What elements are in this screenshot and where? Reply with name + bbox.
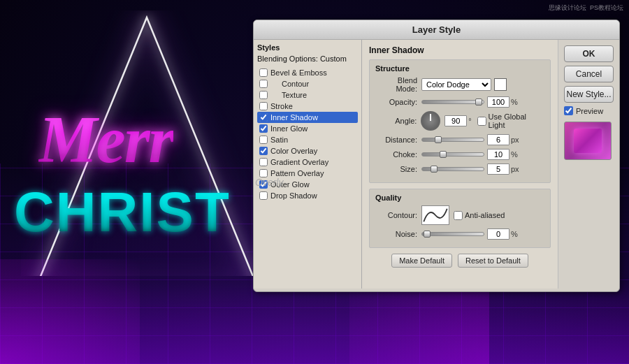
style-item-inner-glow[interactable]: Inner Glow [257, 123, 358, 134]
styles-panel: Styles Blending Options: Custom Bevel & … [254, 40, 362, 289]
dialog-body: Styles Blending Options: Custom Bevel & … [254, 40, 619, 289]
blend-mode-row: Blend Mode: Color Dodge Normal Multiply … [375, 76, 544, 93]
blending-options-label[interactable]: Blending Options: Custom [257, 54, 358, 63]
anti-alias-label: Anti-aliased [465, 211, 505, 219]
contour-preview[interactable] [421, 205, 449, 225]
size-slider[interactable] [421, 167, 484, 171]
distance-slider[interactable] [421, 138, 484, 142]
structure-title: Structure [375, 64, 544, 73]
choke-unit: % [511, 150, 518, 159]
reset-default-button[interactable]: Reset to Default [458, 254, 528, 268]
opacity-thumb [475, 99, 482, 105]
blend-mode-color-swatch[interactable] [494, 78, 507, 91]
noise-slider[interactable] [421, 232, 484, 236]
ok-button[interactable]: OK [564, 45, 614, 62]
angle-dial[interactable] [421, 111, 440, 131]
size-thumb [431, 166, 438, 173]
angle-label: Angle: [375, 117, 417, 125]
style-item-contour[interactable]: Contour [257, 78, 358, 89]
make-default-button[interactable]: Make Default [391, 254, 452, 268]
watermark: 思缘设计论坛 PS教程论坛 [549, 3, 623, 13]
texture-checkbox[interactable] [259, 91, 268, 99]
overlay-text: Overly [255, 177, 283, 188]
new-style-button[interactable]: New Style... [564, 86, 614, 103]
opacity-unit: % [511, 98, 518, 106]
noise-unit: % [511, 230, 518, 238]
blend-mode-label: Blend Mode: [375, 76, 417, 93]
glow-left [0, 259, 140, 364]
opacity-label: Opacity: [375, 98, 417, 106]
noise-row: Noise: % [375, 228, 544, 240]
choke-label: Choke: [375, 150, 417, 159]
cancel-button[interactable]: Cancel [564, 66, 614, 82]
style-item-inner-shadow[interactable]: Inner Shadow [257, 112, 358, 123]
style-item-stroke[interactable]: Stroke [257, 101, 358, 112]
gradient-overlay-label: Gradient Overlay [270, 158, 328, 166]
preview-label-row: Preview [564, 106, 614, 115]
style-item-bevel[interactable]: Bevel & Emboss [257, 67, 358, 78]
structure-subsection: Structure Blend Mode: Color Dodge Normal… [369, 59, 551, 183]
opacity-row: Opacity: % [375, 96, 544, 108]
global-light-label: Use Global Light [489, 112, 544, 129]
contour-svg [422, 206, 449, 224]
settings-panel: Inner Shadow Structure Blend Mode: Color… [362, 40, 558, 289]
style-item-gradient-overlay[interactable]: Gradient Overlay [257, 156, 358, 168]
choke-row: Choke: % [375, 149, 544, 160]
style-item-color-overlay[interactable]: Color Overlay [257, 145, 358, 156]
color-overlay-label: Color Overlay [270, 147, 317, 155]
angle-row: Angle: ° Use Global Light [375, 111, 544, 131]
preview-swatch [574, 129, 602, 153]
preview-checkbox[interactable] [564, 106, 573, 115]
styles-panel-title: Styles [257, 43, 358, 52]
layer-style-dialog: Layer Style Styles Blending Options: Cus… [253, 20, 620, 292]
distance-thumb [435, 136, 442, 143]
distance-label: Distance: [375, 136, 417, 144]
preview-label-text: Preview [576, 107, 603, 115]
opacity-slider[interactable] [421, 100, 484, 104]
choke-input[interactable] [487, 149, 509, 160]
inner-shadow-label: Inner Shadow [270, 113, 318, 122]
contour-row: Contour: Anti-aliased [375, 205, 544, 225]
contour-checkbox[interactable] [259, 80, 268, 88]
size-label: Size: [375, 165, 417, 173]
style-item-satin[interactable]: Satin [257, 134, 358, 145]
drop-shadow-label: Drop Shadow [270, 191, 317, 200]
texture-label: Texture [282, 91, 307, 99]
color-overlay-checkbox[interactable] [259, 147, 268, 155]
inner-shadow-checkbox[interactable] [259, 113, 268, 122]
inner-glow-checkbox[interactable] [259, 124, 268, 133]
noise-thumb [424, 231, 431, 238]
choke-slider[interactable] [421, 152, 484, 156]
gradient-overlay-checkbox[interactable] [259, 158, 268, 166]
size-row: Size: px [375, 163, 544, 175]
bottom-buttons: Make Default Reset to Default [369, 254, 551, 268]
dialog-title: Layer Style [254, 20, 619, 40]
distance-input[interactable] [487, 134, 509, 145]
bevel-checkbox[interactable] [259, 68, 268, 77]
global-light-checkbox[interactable] [477, 117, 486, 126]
quality-title: Quality [375, 194, 544, 202]
inner-shadow-section-title: Inner Shadow [369, 45, 551, 55]
blend-mode-select[interactable]: Color Dodge Normal Multiply Screen [421, 78, 491, 91]
anti-alias-checkbox[interactable] [454, 211, 463, 220]
style-item-drop-shadow[interactable]: Drop Shadow [257, 190, 358, 201]
size-input[interactable] [487, 163, 509, 175]
drop-shadow-checkbox[interactable] [259, 191, 268, 200]
angle-input[interactable] [444, 115, 467, 126]
inner-glow-label: Inner Glow [270, 124, 308, 133]
preview-box [564, 122, 612, 160]
satin-checkbox[interactable] [259, 136, 268, 144]
right-buttons-panel: OK Cancel New Style... Preview [558, 40, 619, 289]
satin-label: Satin [270, 136, 288, 144]
noise-label: Noise: [375, 230, 417, 238]
christmas-text: CHRIST [14, 180, 231, 245]
choke-thumb [440, 151, 447, 158]
distance-unit: px [511, 136, 519, 144]
noise-input[interactable] [487, 228, 509, 240]
style-item-texture[interactable]: Texture [257, 89, 358, 101]
merry-text: Merr [38, 101, 173, 178]
stroke-checkbox[interactable] [259, 102, 268, 110]
contour-label: Contour: [375, 211, 417, 219]
opacity-input[interactable] [487, 96, 509, 108]
size-unit: px [511, 165, 519, 173]
